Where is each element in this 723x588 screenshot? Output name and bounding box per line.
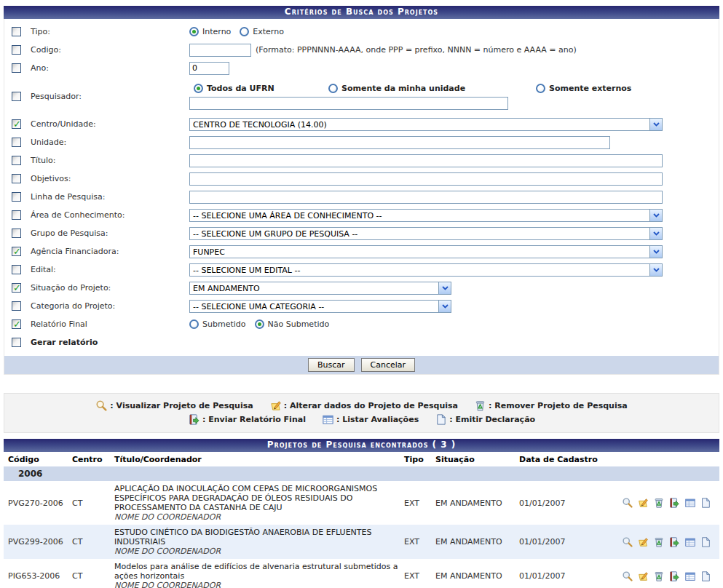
relatorio-final-checkbox[interactable] — [12, 319, 21, 329]
situacao-projeto-label: Situação do Projeto: — [31, 283, 189, 293]
form-buttons-strip: Buscar Cancelar — [4, 356, 719, 374]
relatorio-submetido-label: Submetido — [202, 319, 246, 329]
objetivos-input[interactable] — [189, 172, 663, 186]
project-coordinator: NOME DO COORDENADOR — [114, 547, 401, 556]
grupo-pesquisa-checkbox[interactable] — [12, 229, 21, 238]
column-header-tipo: Tipo — [403, 452, 434, 466]
column-header-centro: Centro — [71, 452, 113, 466]
linha-pesquisa-input[interactable] — [189, 191, 663, 204]
tipo-checkbox[interactable] — [12, 27, 21, 36]
search-icon[interactable] — [622, 497, 633, 509]
relatorio-nao-submetido-label: Não Submetido — [268, 319, 330, 329]
column-header-situacao: Situação — [434, 452, 518, 466]
ano-checkbox[interactable] — [12, 63, 21, 73]
declaration-icon[interactable] — [700, 571, 711, 582]
chevron-down-icon — [649, 210, 662, 221]
form-row-relatorio-final: Relatório Final Submetido Não Submetido — [4, 315, 719, 333]
categoria-projeto-checkbox[interactable] — [12, 301, 21, 311]
project-title: ESTUDO CINÉTICO DA BIODIGESTÃO ANAEROBIA… — [114, 528, 401, 547]
legend-item-alterar: Alterar dados do Projeto de Pesquisa — [269, 400, 458, 412]
project-type: EXT — [403, 481, 434, 525]
tipo-interno-radio[interactable] — [189, 27, 199, 36]
relatorio-nao-submetido-radio[interactable] — [255, 319, 264, 329]
codigo-input[interactable] — [189, 44, 251, 57]
situacao-projeto-checkbox[interactable] — [12, 283, 21, 293]
edit-icon[interactable] — [637, 571, 649, 582]
objetivos-checkbox[interactable] — [12, 174, 21, 183]
send-report-icon[interactable] — [668, 571, 680, 582]
situacao-projeto-select[interactable]: EM ANDAMENTO — [189, 282, 451, 295]
chevron-down-icon — [649, 264, 662, 276]
form-row-unidade: Unidade: — [4, 133, 719, 151]
delete-icon — [474, 400, 486, 412]
agencia-financiadora-checkbox[interactable] — [12, 247, 21, 256]
gerar-relatorio-label: Gerar relatório — [31, 338, 189, 347]
pesquisador-minha-unidade-radio[interactable] — [328, 84, 338, 93]
categoria-projeto-select[interactable]: -- SELECIONE UMA CATEGORIA -- — [189, 300, 451, 313]
search-icon[interactable] — [622, 571, 633, 582]
tipo-externo-radio[interactable] — [240, 27, 249, 36]
delete-icon[interactable] — [653, 497, 665, 509]
table-row: PVG299-2006 CT ESTUDO CINÉTICO DA BIODIG… — [4, 525, 719, 559]
edital-label: Edital: — [31, 265, 189, 274]
area-conhecimento-select[interactable]: -- SELECIONE UMA ÁREA DE CONHECIMENTO -- — [189, 209, 663, 222]
form-row-titulo: Título: — [4, 151, 719, 170]
search-icon[interactable] — [622, 536, 633, 548]
declaration-icon[interactable] — [700, 536, 711, 548]
form-row-grupo-pesquisa: Grupo de Pesquisa: -- SELECIONE UM GRUPO… — [4, 224, 719, 242]
declaration-icon[interactable] — [700, 497, 711, 509]
project-date: 01/01/2007 — [518, 559, 614, 588]
unidade-checkbox[interactable] — [12, 138, 21, 147]
centro-unidade-select[interactable]: CENTRO DE TECNOLOGIA (14.00) — [189, 118, 663, 131]
send-report-icon[interactable] — [668, 536, 680, 548]
centro-unidade-checkbox[interactable] — [12, 119, 21, 129]
agencia-financiadora-selected-value: FUNPEC — [190, 246, 649, 258]
list-evaluations-icon[interactable] — [684, 497, 696, 509]
unidade-input[interactable] — [189, 136, 610, 149]
area-conhecimento-checkbox[interactable] — [12, 210, 21, 220]
list-evaluations-icon[interactable] — [684, 571, 696, 582]
gerar-relatorio-checkbox[interactable] — [12, 338, 21, 347]
pesquisador-checkbox[interactable] — [12, 92, 21, 101]
edital-select[interactable]: -- SELECIONE UM EDITAL -- — [189, 263, 663, 277]
legend-label: Visualizar Projeto de Pesquisa — [110, 401, 253, 410]
project-title: Modelos para análise de edifícios de alv… — [114, 562, 401, 581]
categoria-projeto-label: Categoria do Projeto: — [31, 301, 189, 311]
titulo-label: Título: — [31, 156, 189, 165]
ano-input[interactable] — [189, 62, 229, 75]
pesquisador-todos-radio[interactable] — [194, 84, 203, 93]
results-title: Projetos de Pesquisa encontrados ( 3 ) — [267, 440, 457, 450]
pesquisador-todos-label: Todos da UFRN — [207, 84, 320, 93]
relatorio-submetido-radio[interactable] — [189, 319, 199, 329]
list-evaluations-icon[interactable] — [684, 536, 696, 548]
ano-label: Ano: — [31, 63, 189, 73]
buscar-button[interactable]: Buscar — [308, 358, 355, 372]
titulo-input[interactable] — [189, 154, 663, 167]
titulo-checkbox[interactable] — [12, 156, 21, 165]
column-header-actions — [614, 452, 719, 466]
delete-icon[interactable] — [653, 536, 665, 548]
delete-icon[interactable] — [653, 571, 665, 582]
form-row-linha-pesquisa: Linha de Pesquisa: — [4, 188, 719, 206]
column-header-codigo: Código — [4, 452, 71, 466]
edital-checkbox[interactable] — [12, 265, 21, 274]
cancelar-button[interactable]: Cancelar — [361, 358, 416, 372]
pesquisador-input[interactable] — [189, 97, 508, 110]
action-icons-legend: Visualizar Projeto de Pesquisa Alterar d… — [4, 393, 719, 433]
codigo-label: Codigo: — [31, 45, 189, 55]
legend-item-listar-avaliacoes: Listar Avaliações — [322, 413, 419, 426]
project-type: EXT — [403, 525, 434, 559]
pesquisador-externos-radio[interactable] — [536, 84, 545, 93]
project-date: 01/01/2007 — [518, 481, 614, 525]
edit-icon[interactable] — [637, 497, 649, 509]
form-row-ano: Ano: — [4, 59, 719, 77]
agencia-financiadora-select[interactable]: FUNPEC — [189, 245, 663, 258]
grupo-pesquisa-select[interactable]: -- SELECIONE UM GRUPO DE PESQUISA -- — [189, 227, 663, 240]
centro-unidade-label: Centro/Unidade: — [31, 119, 189, 129]
pesquisador-externos-label: Somente externos — [549, 84, 631, 93]
codigo-checkbox[interactable] — [12, 45, 21, 55]
edit-icon[interactable] — [637, 536, 649, 548]
objetivos-label: Objetivos: — [31, 174, 189, 183]
linha-pesquisa-checkbox[interactable] — [12, 192, 21, 202]
send-report-icon[interactable] — [668, 497, 680, 509]
